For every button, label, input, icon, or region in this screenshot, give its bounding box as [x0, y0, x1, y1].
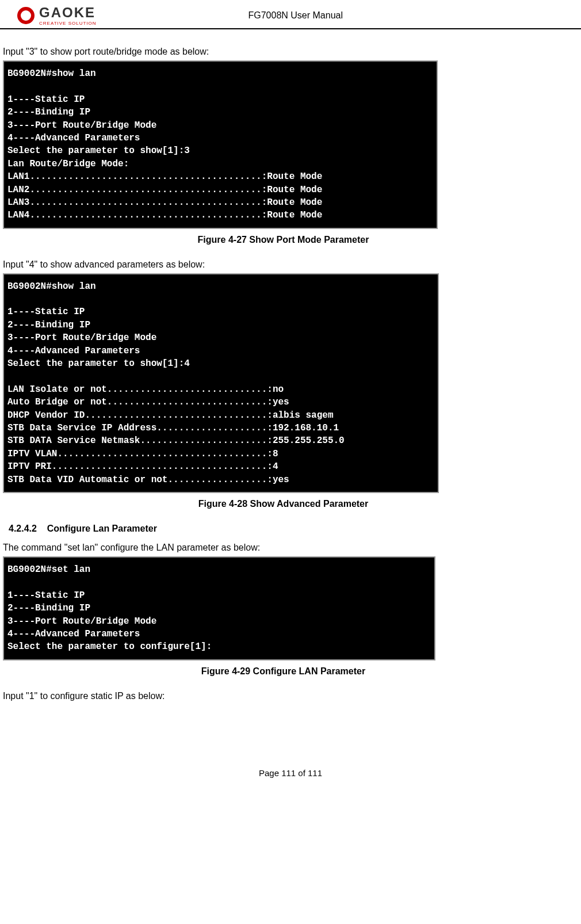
terminal-output-advanced: BG9002N#show lan 1----Static IP 2----Bin… [3, 273, 439, 493]
terminal-output-port-mode: BG9002N#show lan 1----Static IP 2----Bin… [3, 60, 438, 229]
section-number: 4.2.4.2 [9, 524, 37, 533]
intro-text-4: Input "4" to show advanced parameters as… [3, 259, 564, 270]
intro-text-3: Input "3" to show port route/bridge mode… [3, 47, 564, 57]
section-heading: 4.2.4.2 Configure Lan Parameter [9, 524, 564, 534]
section-title: Configure Lan Parameter [47, 524, 157, 533]
figure-caption-29: Figure 4-29 Configure LAN Parameter [3, 666, 564, 677]
page-header: GAOKE CREATIVE SOLUTION FG7008N User Man… [0, 0, 581, 29]
figure-caption-27: Figure 4-27 Show Port Mode Parameter [3, 235, 564, 245]
set-lan-intro: The command "set lan" configure the LAN … [3, 543, 564, 553]
intro-text-1: Input "1" to configure static IP as belo… [3, 691, 564, 701]
figure-caption-28: Figure 4-28 Show Advanced Parameter [3, 499, 564, 509]
document-title: FG7008N User Manual [28, 10, 564, 21]
terminal-output-set-lan: BG9002N#set lan 1----Static IP 2----Bind… [3, 556, 435, 660]
page-footer: Page 111 of 111 [0, 768, 581, 795]
logo-subtitle: CREATIVE SOLUTION [39, 21, 97, 26]
logo-icon [17, 7, 35, 24]
page-content: Input "3" to show port route/bridge mode… [0, 29, 581, 722]
